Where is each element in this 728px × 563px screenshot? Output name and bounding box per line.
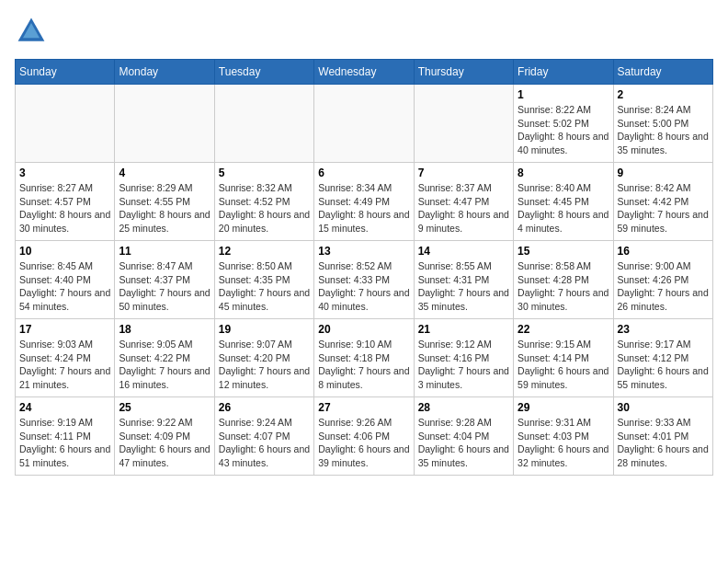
day-of-week-header: Sunday (16, 60, 115, 85)
day-number: 29 (518, 401, 609, 414)
calendar-table: SundayMondayTuesdayWednesdayThursdayFrid… (15, 59, 713, 476)
day-info: Sunrise: 8:47 AM Sunset: 4:37 PM Dayligh… (119, 259, 210, 314)
calendar-cell: 6Sunrise: 8:34 AM Sunset: 4:49 PM Daylig… (314, 163, 414, 241)
calendar-cell (414, 85, 513, 163)
day-info: Sunrise: 8:34 AM Sunset: 4:49 PM Dayligh… (318, 181, 409, 236)
day-of-week-header: Tuesday (214, 60, 313, 85)
day-number: 28 (418, 401, 509, 414)
logo-icon (15, 15, 48, 48)
day-number: 27 (318, 401, 409, 414)
day-number: 1 (518, 88, 609, 101)
calendar-week-row: 24Sunrise: 9:19 AM Sunset: 4:11 PM Dayli… (16, 397, 713, 476)
day-info: Sunrise: 8:22 AM Sunset: 5:02 PM Dayligh… (518, 103, 609, 157)
calendar-cell: 30Sunrise: 9:33 AM Sunset: 4:01 PM Dayli… (613, 397, 712, 476)
calendar-cell (214, 85, 313, 163)
calendar-cell: 20Sunrise: 9:10 AM Sunset: 4:18 PM Dayli… (314, 319, 414, 397)
day-number: 12 (219, 245, 310, 258)
calendar-cell (115, 85, 214, 163)
calendar-cell: 5Sunrise: 8:32 AM Sunset: 4:52 PM Daylig… (214, 163, 313, 241)
day-info: Sunrise: 8:37 AM Sunset: 4:47 PM Dayligh… (418, 181, 509, 236)
calendar-cell (16, 85, 115, 163)
calendar-cell: 26Sunrise: 9:24 AM Sunset: 4:07 PM Dayli… (214, 397, 313, 476)
day-number: 14 (418, 245, 509, 258)
day-number: 30 (618, 401, 709, 414)
logo (15, 15, 51, 48)
day-info: Sunrise: 8:50 AM Sunset: 4:35 PM Dayligh… (219, 259, 310, 314)
calendar-cell: 10Sunrise: 8:45 AM Sunset: 4:40 PM Dayli… (16, 241, 115, 319)
day-number: 26 (219, 401, 310, 414)
day-info: Sunrise: 9:28 AM Sunset: 4:04 PM Dayligh… (418, 416, 509, 470)
day-info: Sunrise: 8:40 AM Sunset: 4:45 PM Dayligh… (518, 181, 609, 236)
calendar-cell: 13Sunrise: 8:52 AM Sunset: 4:33 PM Dayli… (314, 241, 414, 319)
day-of-week-header: Friday (514, 60, 613, 85)
calendar-cell: 17Sunrise: 9:03 AM Sunset: 4:24 PM Dayli… (16, 319, 115, 397)
day-of-week-header: Saturday (613, 60, 712, 85)
calendar-cell: 23Sunrise: 9:17 AM Sunset: 4:12 PM Dayli… (613, 319, 712, 397)
day-number: 10 (19, 245, 110, 258)
day-info: Sunrise: 8:58 AM Sunset: 4:28 PM Dayligh… (518, 259, 609, 314)
day-number: 3 (19, 167, 110, 179)
calendar-week-row: 10Sunrise: 8:45 AM Sunset: 4:40 PM Dayli… (16, 241, 713, 319)
day-number: 9 (618, 167, 709, 179)
day-number: 13 (318, 245, 409, 258)
day-number: 11 (119, 245, 210, 258)
calendar-week-row: 17Sunrise: 9:03 AM Sunset: 4:24 PM Dayli… (16, 319, 713, 397)
day-number: 18 (119, 323, 210, 336)
day-info: Sunrise: 9:33 AM Sunset: 4:01 PM Dayligh… (618, 416, 709, 470)
day-number: 5 (219, 167, 310, 179)
day-info: Sunrise: 9:07 AM Sunset: 4:20 PM Dayligh… (219, 338, 310, 392)
day-info: Sunrise: 9:31 AM Sunset: 4:03 PM Dayligh… (518, 416, 609, 470)
day-info: Sunrise: 8:52 AM Sunset: 4:33 PM Dayligh… (318, 259, 409, 314)
calendar-cell: 27Sunrise: 9:26 AM Sunset: 4:06 PM Dayli… (314, 397, 414, 476)
calendar-cell: 2Sunrise: 8:24 AM Sunset: 5:00 PM Daylig… (613, 85, 712, 163)
day-number: 25 (119, 401, 210, 414)
day-number: 22 (518, 323, 609, 336)
calendar-cell: 1Sunrise: 8:22 AM Sunset: 5:02 PM Daylig… (514, 85, 613, 163)
day-of-week-header: Wednesday (314, 60, 414, 85)
day-number: 7 (418, 167, 509, 179)
calendar-cell: 24Sunrise: 9:19 AM Sunset: 4:11 PM Dayli… (16, 397, 115, 476)
day-info: Sunrise: 9:22 AM Sunset: 4:09 PM Dayligh… (119, 416, 210, 470)
calendar-cell: 21Sunrise: 9:12 AM Sunset: 4:16 PM Dayli… (414, 319, 513, 397)
calendar-cell: 4Sunrise: 8:29 AM Sunset: 4:55 PM Daylig… (115, 163, 214, 241)
day-number: 20 (318, 323, 409, 336)
day-info: Sunrise: 9:26 AM Sunset: 4:06 PM Dayligh… (318, 416, 409, 470)
day-number: 2 (618, 88, 709, 101)
day-info: Sunrise: 9:24 AM Sunset: 4:07 PM Dayligh… (219, 416, 310, 470)
day-info: Sunrise: 8:32 AM Sunset: 4:52 PM Dayligh… (219, 181, 310, 236)
day-info: Sunrise: 9:05 AM Sunset: 4:22 PM Dayligh… (119, 338, 210, 392)
day-info: Sunrise: 8:55 AM Sunset: 4:31 PM Dayligh… (418, 259, 509, 314)
day-number: 19 (219, 323, 310, 336)
calendar-cell: 29Sunrise: 9:31 AM Sunset: 4:03 PM Dayli… (514, 397, 613, 476)
day-number: 4 (119, 167, 210, 179)
calendar-cell: 14Sunrise: 8:55 AM Sunset: 4:31 PM Dayli… (414, 241, 513, 319)
day-info: Sunrise: 9:10 AM Sunset: 4:18 PM Dayligh… (318, 338, 409, 392)
day-info: Sunrise: 8:29 AM Sunset: 4:55 PM Dayligh… (119, 181, 210, 236)
calendar-cell: 11Sunrise: 8:47 AM Sunset: 4:37 PM Dayli… (115, 241, 214, 319)
day-of-week-header: Thursday (414, 60, 513, 85)
calendar-cell: 19Sunrise: 9:07 AM Sunset: 4:20 PM Dayli… (214, 319, 313, 397)
calendar-cell: 16Sunrise: 9:00 AM Sunset: 4:26 PM Dayli… (613, 241, 712, 319)
day-number: 15 (518, 245, 609, 258)
calendar-cell: 12Sunrise: 8:50 AM Sunset: 4:35 PM Dayli… (214, 241, 313, 319)
day-number: 16 (618, 245, 709, 258)
calendar-cell: 8Sunrise: 8:40 AM Sunset: 4:45 PM Daylig… (514, 163, 613, 241)
calendar-cell: 7Sunrise: 8:37 AM Sunset: 4:47 PM Daylig… (414, 163, 513, 241)
day-number: 21 (418, 323, 509, 336)
day-info: Sunrise: 9:15 AM Sunset: 4:14 PM Dayligh… (518, 338, 609, 392)
calendar-cell: 15Sunrise: 8:58 AM Sunset: 4:28 PM Dayli… (514, 241, 613, 319)
day-number: 17 (19, 323, 110, 336)
calendar-cell (314, 85, 414, 163)
day-info: Sunrise: 8:42 AM Sunset: 4:42 PM Dayligh… (618, 181, 709, 236)
day-info: Sunrise: 8:45 AM Sunset: 4:40 PM Dayligh… (19, 259, 110, 314)
calendar-cell: 25Sunrise: 9:22 AM Sunset: 4:09 PM Dayli… (115, 397, 214, 476)
calendar-cell: 3Sunrise: 8:27 AM Sunset: 4:57 PM Daylig… (16, 163, 115, 241)
day-info: Sunrise: 8:24 AM Sunset: 5:00 PM Dayligh… (618, 103, 709, 157)
calendar-cell: 28Sunrise: 9:28 AM Sunset: 4:04 PM Dayli… (414, 397, 513, 476)
day-info: Sunrise: 8:27 AM Sunset: 4:57 PM Dayligh… (19, 181, 110, 236)
day-info: Sunrise: 9:12 AM Sunset: 4:16 PM Dayligh… (418, 338, 509, 392)
day-number: 24 (19, 401, 110, 414)
calendar-week-row: 1Sunrise: 8:22 AM Sunset: 5:02 PM Daylig… (16, 85, 713, 163)
calendar-week-row: 3Sunrise: 8:27 AM Sunset: 4:57 PM Daylig… (16, 163, 713, 241)
calendar-header-row: SundayMondayTuesdayWednesdayThursdayFrid… (16, 60, 713, 85)
